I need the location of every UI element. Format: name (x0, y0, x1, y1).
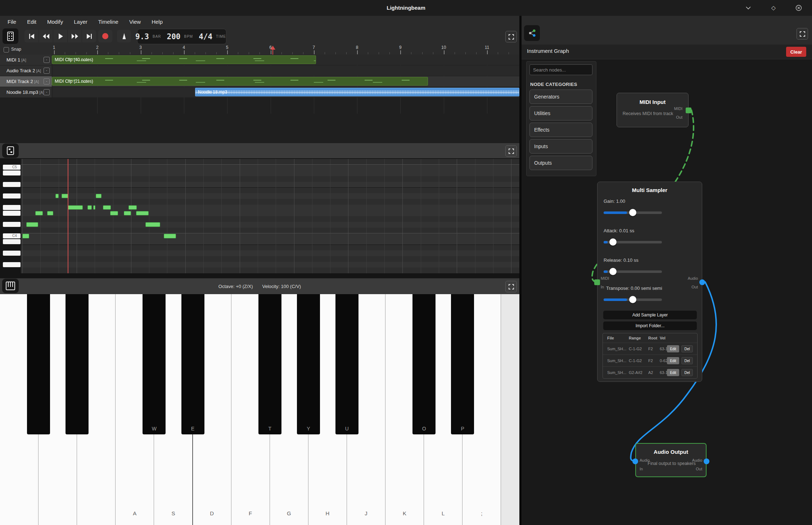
track-header-4[interactable]: Noodle 18.mp3[A]- (0, 87, 52, 97)
midi-in-port[interactable] (594, 279, 600, 285)
edit-button[interactable]: Edit (667, 345, 679, 352)
menu-item-modify[interactable]: Modify (42, 16, 68, 28)
filmstrip-button[interactable] (3, 28, 18, 44)
midi-note[interactable] (96, 194, 102, 198)
midi-note[interactable] (136, 211, 149, 216)
midi-note[interactable] (110, 211, 118, 216)
minimize-icon[interactable] (744, 4, 752, 12)
roll-key-A4[interactable] (3, 182, 21, 187)
close-icon[interactable] (795, 4, 803, 12)
clear-button[interactable]: Clear (786, 47, 806, 57)
keyboard-expand-button[interactable] (505, 281, 517, 292)
slider-thumb[interactable] (609, 268, 617, 275)
play-button[interactable] (53, 30, 68, 42)
edit-button[interactable]: Edit (667, 369, 679, 376)
table-row[interactable]: Sum_SH...G2-A#2A263-1...EditDel (603, 366, 697, 379)
param-slider[interactable] (604, 298, 662, 301)
white-key-partial[interactable] (501, 294, 519, 525)
import-folder-button[interactable]: Import Folder... (603, 321, 697, 330)
fast-forward-button[interactable] (68, 30, 82, 42)
skip-end-button[interactable] (82, 30, 96, 42)
slider-thumb[interactable] (609, 238, 617, 246)
audio-in-port[interactable] (632, 458, 638, 464)
skip-start-button[interactable] (24, 30, 39, 42)
roll-key-E4[interactable] (3, 211, 21, 216)
table-row[interactable]: Sum_SH...C-1-G2F263-1...EditDel (603, 343, 697, 355)
piano-roll[interactable]: C5C4 (0, 158, 519, 278)
track-lane-2[interactable] (52, 65, 519, 76)
black-key[interactable] (27, 294, 50, 434)
black-key[interactable] (66, 294, 89, 434)
roll-key-B3[interactable] (3, 239, 21, 244)
menu-item-layer[interactable]: Layer (68, 16, 93, 28)
piano-roll-expand-button[interactable] (505, 145, 517, 157)
midi-out-port[interactable] (686, 108, 691, 113)
clip-midi[interactable]: MIDI Clip (40 notes) (52, 55, 316, 64)
snap-checkbox[interactable] (4, 47, 9, 52)
menu-item-timeline[interactable]: Timeline (93, 16, 124, 28)
menu-item-edit[interactable]: Edit (22, 16, 42, 28)
black-key[interactable]: U (335, 294, 358, 434)
piano-roll-panel-button[interactable] (2, 143, 19, 158)
midi-note[interactable] (164, 234, 176, 238)
delete-button[interactable]: Del (681, 345, 693, 352)
param-slider[interactable] (604, 241, 662, 243)
roll-key-A3[interactable] (3, 251, 21, 256)
black-key[interactable]: Y (297, 294, 320, 434)
node-multi-sampler[interactable]: Multi Sampler Gain: 1.00Attack: 0.01 ssR… (597, 182, 702, 382)
edit-button[interactable]: Edit (667, 357, 679, 364)
midi-note[interactable] (145, 222, 160, 227)
record-button[interactable] (98, 30, 112, 42)
clip-audio[interactable]: Noodle 18.mp3 (195, 88, 519, 96)
track-checkbox[interactable]: - (44, 57, 50, 63)
category-button-utilities[interactable]: Utilities (529, 106, 592, 120)
roll-key-G3[interactable] (3, 262, 21, 267)
node-audio-output[interactable]: Audio Output Final output to speakers Au… (635, 443, 707, 477)
audio-out-port[interactable] (704, 458, 709, 464)
timeline-expand-button[interactable] (505, 31, 517, 42)
black-key[interactable]: O (412, 294, 436, 434)
menu-item-help[interactable]: Help (146, 16, 168, 28)
roll-key-G4[interactable] (3, 193, 21, 198)
midi-note[interactable] (103, 205, 111, 210)
category-button-outputs[interactable]: Outputs (529, 156, 592, 170)
black-key[interactable]: W (143, 294, 166, 434)
category-button-effects[interactable]: Effects (529, 123, 592, 137)
node-midi-input[interactable]: MIDI Input Receives MIDI from track MIDI… (617, 93, 689, 127)
roll-key-B4[interactable] (3, 170, 21, 175)
virtual-keyboard[interactable]: ASDFGHJKL;WETYUOP (0, 294, 519, 525)
clip-midi[interactable]: MIDI Clip (21 notes) (52, 77, 428, 86)
maximize-icon[interactable]: ◇ (770, 1, 777, 9)
midi-note[interactable] (128, 205, 137, 210)
midi-note[interactable] (22, 234, 29, 238)
category-button-inputs[interactable]: Inputs (529, 139, 592, 154)
slider-thumb[interactable] (629, 209, 636, 216)
graph-expand-button[interactable] (797, 28, 808, 40)
roll-key-C4[interactable]: C4 (3, 233, 21, 238)
track-lane-4[interactable]: Noodle 18.mp3 (52, 87, 519, 97)
table-row[interactable]: Sum_SH...C-1-G2F20-62EditDel (603, 355, 697, 367)
audio-out-port[interactable] (699, 279, 705, 285)
track-header-2[interactable]: Audio Track 2[A]- (0, 65, 52, 76)
rewind-button[interactable] (39, 30, 53, 42)
track-header-3[interactable]: MIDI Track 2[A]- (0, 76, 52, 87)
metronome-button[interactable] (117, 30, 131, 42)
track-lane-3[interactable]: MIDI Clip (21 notes) (52, 76, 519, 87)
black-key[interactable]: E (181, 294, 204, 434)
midi-note[interactable] (68, 205, 83, 210)
roll-key-F4[interactable] (3, 205, 21, 210)
search-input[interactable] (529, 64, 592, 75)
track-checkbox[interactable]: - (44, 68, 50, 74)
track-lane-1[interactable]: MIDI Clip (40 notes) (52, 55, 519, 65)
slider-thumb[interactable] (629, 296, 636, 303)
midi-note[interactable] (93, 205, 95, 210)
add-sample-layer-button[interactable]: Add Sample Layer (603, 311, 697, 319)
midi-note[interactable] (26, 222, 38, 227)
midi-note[interactable] (124, 211, 131, 216)
track-checkbox[interactable]: - (44, 78, 50, 85)
midi-note[interactable] (35, 211, 43, 216)
black-key[interactable]: T (258, 294, 281, 434)
param-slider[interactable] (604, 211, 662, 214)
track-header-1[interactable]: MIDI 1[A]- (0, 55, 52, 65)
track-checkbox[interactable]: - (44, 89, 50, 95)
